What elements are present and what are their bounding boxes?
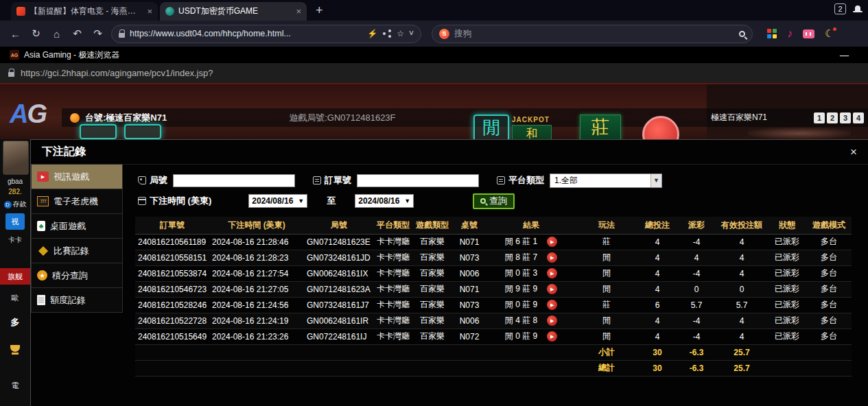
query-button[interactable]: 查詢 bbox=[473, 193, 515, 209]
minimize-button[interactable]: — bbox=[840, 50, 849, 60]
lightning-icon[interactable]: ⚡ bbox=[367, 29, 377, 38]
replay-button[interactable]: ▶ bbox=[547, 237, 557, 247]
search-bar[interactable]: S 搜狗 bbox=[432, 25, 753, 43]
cell-time: 2024-08-16 21:27:54 bbox=[209, 265, 304, 281]
tab-counter-badge[interactable]: 2 bbox=[834, 3, 846, 14]
page-button-4[interactable]: 4 bbox=[853, 112, 864, 123]
app-window-titlebar: AG Asia Gaming - 极速浏览器 — bbox=[0, 47, 868, 63]
menu-item-match-records[interactable]: 比賽記錄 bbox=[31, 238, 123, 263]
right-panel-bar: 極速百家樂N71 1 2 3 4 bbox=[707, 108, 868, 127]
table-row: 2408162105581512024-08-16 21:28:23GN0732… bbox=[135, 250, 852, 265]
platform-type-select[interactable]: 1.全部 ▼ bbox=[550, 174, 662, 188]
menu-label: 桌面遊戲 bbox=[50, 220, 86, 232]
summary-total: 30 bbox=[637, 344, 677, 360]
quota-record-icon bbox=[37, 295, 45, 305]
replay-button[interactable]: ▶ bbox=[547, 284, 557, 294]
cell-table-no: N006 bbox=[452, 265, 486, 281]
europe-tab[interactable]: 歐 bbox=[0, 293, 30, 303]
cell-total: 4 bbox=[637, 313, 677, 329]
apps-grid-icon[interactable] bbox=[767, 29, 777, 38]
cell-status: 已派彩 bbox=[768, 234, 806, 250]
cell-platform: 卡卡灣廳 bbox=[374, 297, 412, 313]
cell-result: 閒 6 莊 1▶ bbox=[486, 234, 576, 250]
cell-total: 6 bbox=[637, 297, 677, 313]
video-hall-tab[interactable]: 视 bbox=[5, 213, 25, 230]
browser-tab-bar: 【新提醒】体育电竞 - 海燕策略 × USDT加密货币GAME × + 2 bbox=[0, 0, 868, 21]
date-to-select[interactable]: 2024/08/16 ▼ bbox=[355, 194, 414, 208]
tab2-title: USDT加密货币GAME bbox=[178, 5, 292, 17]
cell-valid: 4 bbox=[716, 234, 768, 250]
tv-icon[interactable] bbox=[803, 29, 814, 38]
deposit-button[interactable]: D 存款 bbox=[0, 200, 30, 209]
bet-records-modal: 下注記錄 × ▶ 視訊遊戲 777 電子老虎機 ♣ 桌面遊戲 比賽 bbox=[30, 139, 868, 406]
browser-tab-2[interactable]: USDT加密货币GAME × bbox=[160, 2, 307, 21]
result-text: 閒 6 莊 1 bbox=[505, 237, 537, 246]
cell-game-type: 百家樂 bbox=[412, 313, 452, 329]
hat-icon[interactable] bbox=[853, 5, 863, 13]
bet-player-zone[interactable]: 閒 bbox=[473, 115, 509, 142]
new-tab-button[interactable]: + bbox=[316, 3, 323, 18]
menu-item-table-games[interactable]: ♣ 桌面遊戲 bbox=[31, 213, 123, 239]
browser-tab-1[interactable]: 【新提醒】体育电竞 - 海燕策略 × bbox=[11, 2, 158, 21]
cell-result: 閒 9 莊 9▶ bbox=[486, 281, 576, 297]
table-row: 2408162105282462024-08-16 21:24:56GN0732… bbox=[135, 297, 852, 313]
bet-chip-glow-1[interactable] bbox=[80, 124, 117, 139]
address-chevron-icon[interactable]: ˅ bbox=[409, 29, 414, 38]
tab2-close-icon[interactable]: × bbox=[296, 6, 301, 16]
cell-round: GN006248161IX bbox=[304, 265, 374, 281]
replay-button[interactable]: ▶ bbox=[547, 331, 557, 342]
column-header-table_no: 桌號 bbox=[452, 217, 486, 234]
replay-button[interactable]: ▶ bbox=[547, 268, 557, 278]
menu-item-video-games[interactable]: ▶ 視訊遊戲 bbox=[31, 164, 123, 189]
cell-time: 2024-08-16 21:24:56 bbox=[209, 297, 304, 313]
undo-icon[interactable]: ↶ bbox=[70, 27, 84, 40]
trophy-icon[interactable] bbox=[9, 345, 21, 355]
cell-mode: 多台 bbox=[806, 329, 852, 344]
bet-banker-zone[interactable]: 莊 bbox=[580, 115, 621, 142]
share-icon[interactable] bbox=[382, 29, 392, 38]
replay-button[interactable]: ▶ bbox=[547, 252, 557, 263]
page-button-3[interactable]: 3 bbox=[840, 112, 851, 123]
round-number-input[interactable] bbox=[173, 174, 295, 187]
back-icon[interactable]: ← bbox=[8, 28, 23, 40]
replay-button[interactable]: ▶ bbox=[547, 300, 557, 310]
night-mode-icon[interactable]: ☾ bbox=[825, 27, 834, 40]
hall-label[interactable]: 卡卡 bbox=[0, 235, 30, 245]
electronic-tab[interactable]: 電 bbox=[0, 381, 30, 391]
tab1-close-icon[interactable]: × bbox=[147, 6, 152, 16]
menu-item-quota-records[interactable]: 額度記錄 bbox=[31, 287, 123, 313]
modal-close-icon[interactable]: × bbox=[850, 145, 857, 159]
order-filter-label: 訂單號 bbox=[313, 174, 351, 187]
cell-mode: 多台 bbox=[806, 313, 852, 329]
address-bar[interactable]: https://www.usdt04.com/hhcp/home.html...… bbox=[111, 25, 421, 43]
bet-chip-glow-2[interactable] bbox=[124, 124, 161, 139]
cell-table-no: N073 bbox=[452, 250, 486, 265]
multi-table-tab[interactable]: 多 bbox=[0, 316, 30, 329]
column-header-play: 玩法 bbox=[576, 217, 637, 234]
bookmark-star-icon[interactable]: ☆ bbox=[397, 29, 404, 38]
menu-item-points-inquiry[interactable]: ★ 積分查詢 bbox=[31, 263, 123, 288]
inner-url-bar[interactable]: https://gci.2hhapi.com/agingame/pcv1/ind… bbox=[0, 63, 868, 84]
cell-round: GN072248161IJ bbox=[304, 329, 374, 344]
cell-platform: 卡卡灣廳 bbox=[374, 313, 412, 329]
search-magnifier-icon[interactable] bbox=[739, 31, 745, 37]
sogou-icon[interactable]: S bbox=[439, 29, 449, 39]
order-number-input[interactable] bbox=[357, 174, 479, 187]
music-icon[interactable]: ♪ bbox=[787, 27, 793, 40]
cell-mode: 多台 bbox=[806, 297, 852, 313]
page-button-2[interactable]: 2 bbox=[827, 112, 838, 123]
replay-button[interactable]: ▶ bbox=[547, 315, 557, 326]
date-from-select[interactable]: 2024/08/16 ▼ bbox=[248, 194, 307, 208]
home-icon[interactable]: ⌂ bbox=[49, 28, 64, 40]
cell-round: GN006248161IR bbox=[304, 313, 374, 329]
cell-total: 4 bbox=[637, 234, 677, 250]
menu-item-slots[interactable]: 777 電子老虎機 bbox=[31, 189, 123, 214]
query-magnifier-icon bbox=[480, 198, 486, 204]
redo-icon[interactable]: ↷ bbox=[91, 27, 105, 40]
modal-titlebar: 下注記錄 × bbox=[31, 140, 868, 165]
search-engine-label: 搜狗 bbox=[454, 28, 734, 40]
flagship-tab[interactable]: 旗舰 bbox=[0, 268, 30, 285]
refresh-icon[interactable]: ↻ bbox=[29, 27, 43, 40]
page-button-1[interactable]: 1 bbox=[814, 112, 825, 123]
modal-content: 局號 訂單號 平台類型 1.全部 ▼ 下注時間 (美東) 2024/08/16 … bbox=[123, 165, 868, 406]
